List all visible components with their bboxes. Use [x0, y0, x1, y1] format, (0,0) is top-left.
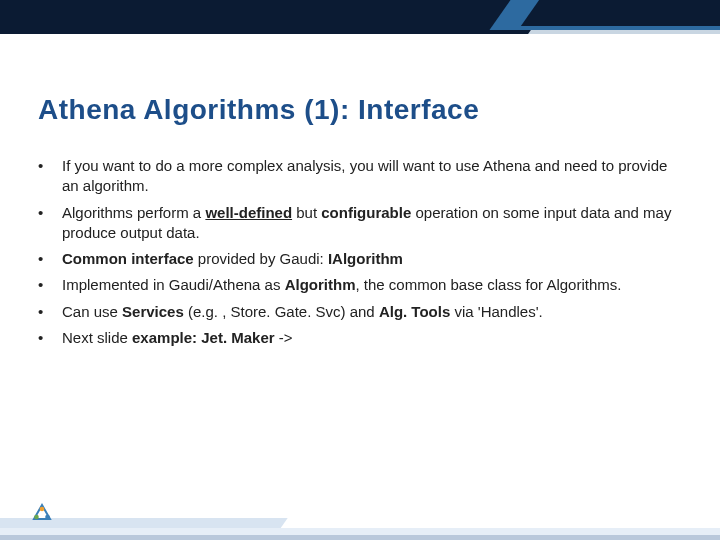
slide: Athena Algorithms (1): Interface •If you… — [0, 0, 720, 540]
bullet-marker: • — [38, 203, 62, 244]
slide-body: •If you want to do a more complex analys… — [38, 156, 678, 348]
top-accent — [470, 0, 720, 30]
bullet-text: Algorithms perform a well-defined but co… — [62, 203, 678, 244]
bullet-text: Implemented in Gaudi/Athena as Algorithm… — [62, 275, 678, 295]
svg-point-0 — [40, 507, 45, 512]
bullet-marker: • — [38, 156, 62, 197]
bottom-band — [0, 512, 720, 540]
bullet-text: If you want to do a more complex analysi… — [62, 156, 678, 197]
svg-point-1 — [34, 515, 39, 520]
bullet-marker: • — [38, 275, 62, 295]
logo-icon — [30, 502, 54, 526]
slide-title: Athena Algorithms (1): Interface — [38, 94, 479, 126]
bullet-list: •If you want to do a more complex analys… — [38, 156, 678, 348]
bullet-text: Common interface provided by Gaudi: IAlg… — [62, 249, 678, 269]
bullet-marker: • — [38, 302, 62, 322]
bullet-marker: • — [38, 249, 62, 269]
bullet-text: Next slide example: Jet. Maker -> — [62, 328, 678, 348]
bullet-marker: • — [38, 328, 62, 348]
svg-point-2 — [45, 515, 50, 520]
bullet-text: Can use Services (e.g. , Store. Gate. Sv… — [62, 302, 678, 322]
